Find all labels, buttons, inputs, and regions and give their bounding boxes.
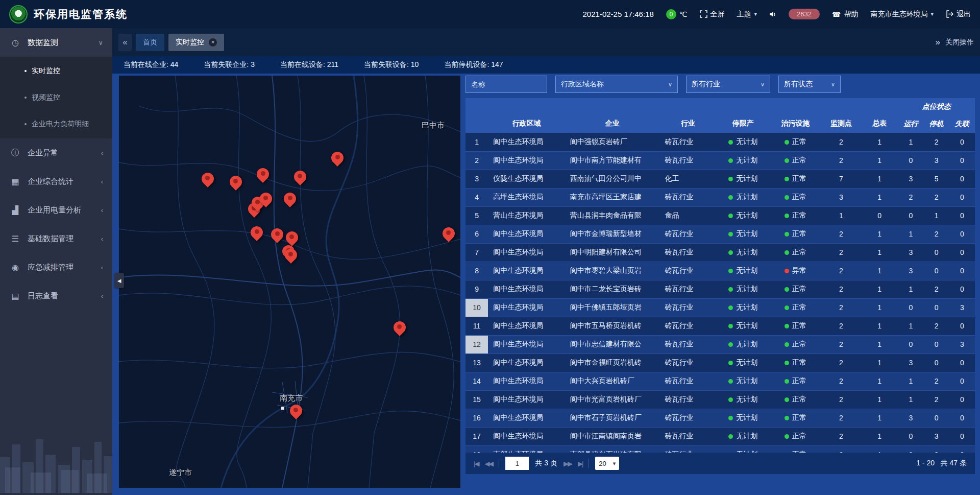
table-row[interactable]: 1阆中生态环境局阆中强锐页岩砖厂砖瓦行业无计划正常21120: [465, 133, 975, 151]
col-group-point-status: 点位状态: [898, 98, 975, 115]
map-pin[interactable]: [331, 152, 344, 164]
chart-icon: ▟: [9, 205, 21, 215]
alarm-sound-toggle[interactable]: [769, 11, 776, 18]
map-pin[interactable]: [202, 173, 214, 185]
map-pin[interactable]: [443, 227, 455, 240]
sidebar-subitem[interactable]: 企业电力负荷明细: [0, 111, 112, 137]
sidebar-menu: ◷数据监测∨实时监控视频监控企业电力负荷明细ⓘ企业异常‹▦企业综合统计‹▟企业用…: [0, 28, 112, 310]
cell-index: 11: [465, 317, 488, 335]
sidebar-item-log[interactable]: ▤日志查看‹: [0, 281, 112, 310]
tab-scroll-left-button[interactable]: «: [118, 34, 132, 51]
alert-icon: ⓘ: [9, 148, 21, 158]
table-row[interactable]: 17阆中生态环境局阆中市江南镇阆南页岩砖瓦行业无计划正常21030: [465, 427, 975, 445]
emergency-icon: ◉: [9, 263, 21, 272]
table-body: 1阆中生态环境局阆中强锐页岩砖厂砖瓦行业无计划正常211202阆中生态环境局阆中…: [465, 133, 975, 453]
table-row[interactable]: 18南部生态环境局南部县建兴页岩砖有限砖瓦行业无计划正常21030: [465, 445, 975, 453]
cell-company: 南部县建兴页岩砖有限: [565, 445, 660, 453]
stats-bar: 当前在线企业: 44当前失联企业: 3当前在线设备: 211当前失联设备: 10…: [112, 56, 980, 74]
map-pin[interactable]: [230, 176, 242, 188]
stat-item: 当前失联企业: 3: [204, 60, 255, 69]
table-row[interactable]: 6阆中生态环境局阆中市金博瑞新型墙材砖瓦行业无计划正常21120: [465, 225, 975, 243]
table-row[interactable]: 9阆中生态环境局阆中市二龙长宝页岩砖砖瓦行业无计划正常21120: [465, 280, 975, 298]
status-dot-green: [785, 379, 789, 384]
map-pin[interactable]: [251, 226, 263, 239]
table-row[interactable]: 7阆中生态环境局阆中明阳建材有限公司砖瓦行业无计划正常21300: [465, 243, 975, 262]
map-pin[interactable]: [394, 321, 406, 334]
table-row[interactable]: 5营山生态环境局营山县润丰肉食品有限食品无计划正常10010: [465, 206, 975, 225]
prev-page-button[interactable]: ◀◀: [484, 460, 493, 467]
map-pin[interactable]: [284, 193, 296, 205]
sidebar-item-monitor[interactable]: ◷数据监测∨: [0, 28, 112, 57]
cell-run: 0: [898, 206, 923, 225]
cell-industry: 砖瓦行业: [660, 298, 716, 317]
sidebar-item-alert[interactable]: ⓘ企业异常‹: [0, 138, 112, 167]
logout-button[interactable]: 退出: [946, 10, 971, 19]
table-row[interactable]: 2阆中生态环境局阆中市南方节能建材有砖瓦行业无计划正常21030: [465, 151, 975, 170]
page-number-input[interactable]: [505, 457, 529, 470]
sidebar-item-database[interactable]: ☰基础数据管理‹: [0, 224, 112, 253]
cell-points: 2: [821, 243, 861, 262]
tab-inactive[interactable]: 首页: [136, 34, 164, 51]
alarm-count-badge[interactable]: 2632: [789, 9, 820, 19]
cell-industry: 砖瓦行业: [660, 133, 716, 151]
map-pin[interactable]: [294, 171, 306, 183]
double-chevron-left-icon: «: [122, 37, 127, 48]
map-pin[interactable]: [286, 231, 298, 244]
sidebar-item-stats[interactable]: ▦企业综合统计‹: [0, 167, 112, 196]
stat-value: 211: [327, 60, 338, 68]
status-dot-green: [728, 416, 733, 420]
map-pin[interactable]: [285, 249, 297, 261]
table-row[interactable]: 14阆中生态环境局阆中大兴页岩机砖厂砖瓦行业无计划正常21120: [465, 372, 975, 390]
sidebar-subitem[interactable]: 实时监控: [0, 58, 112, 84]
tab-active[interactable]: 实时监控×: [168, 34, 224, 51]
filter-name-input[interactable]: [465, 76, 547, 93]
map-pin[interactable]: [290, 405, 302, 417]
table-row[interactable]: 16阆中生态环境局阆中市石子页岩机砖厂砖瓦行业无计划正常21300: [465, 409, 975, 427]
table-row[interactable]: 15阆中生态环境局阆中市光富页岩机砖厂砖瓦行业无计划正常21120: [465, 390, 975, 409]
table-row[interactable]: 10阆中生态环境局阆中千佛镇五郎垭页岩砖瓦行业无计划正常21003: [465, 298, 975, 317]
fullscreen-button[interactable]: 全屏: [700, 10, 725, 19]
cell-region: 阆中生态环境局: [488, 427, 565, 445]
map-pin[interactable]: [271, 228, 283, 241]
tab-close-icon[interactable]: ×: [209, 38, 217, 46]
status-dot-green: [785, 177, 789, 181]
last-page-button[interactable]: ▶|: [578, 460, 582, 467]
cell-industry: 砖瓦行业: [660, 280, 716, 298]
table-row[interactable]: 8阆中生态环境局阆中市枣碧大梁山页岩砖瓦行业无计划异常21300: [465, 262, 975, 280]
tab-label: 首页: [143, 38, 157, 47]
table-row[interactable]: 13阆中生态环境局阆中市金福旺页岩机砖砖瓦行业无计划正常21300: [465, 353, 975, 372]
sidebar-subitem[interactable]: 视频监控: [0, 84, 112, 111]
org-dropdown[interactable]: 南充市生态环境局 ▾: [870, 10, 934, 19]
map-pin[interactable]: [260, 193, 272, 205]
table-row[interactable]: 12阆中生态环境局阆中市忠信建材有限公砖瓦行业无计划正常21003: [465, 335, 975, 353]
table-row[interactable]: 11阆中生态环境局阆中市五马桥页岩机砖砖瓦行业无计划正常21120: [465, 317, 975, 335]
city-marker: [281, 407, 284, 410]
cell-meters: 1: [861, 317, 898, 335]
sidebar-item-label: 日志查看: [28, 291, 58, 301]
help-button[interactable]: ☎ 帮助: [832, 10, 858, 19]
cell-facility-status: 正常: [770, 372, 821, 390]
close-operations-button[interactable]: » 关闭操作: [936, 37, 974, 48]
next-page-button[interactable]: ▶▶: [564, 460, 572, 467]
filter-status-select[interactable]: 所有状态 ∨: [778, 76, 841, 93]
filter-region-select[interactable]: 行政区域名称 ∨: [555, 76, 678, 93]
cell-stop: 0: [924, 298, 949, 317]
temperature-indicator: 0 ℃: [666, 9, 688, 19]
theme-dropdown[interactable]: 主题 ▾: [737, 10, 757, 19]
page-size-select[interactable]: 20 ▾: [595, 457, 619, 470]
sidebar-item-emergency[interactable]: ◉应急减排管理‹: [0, 253, 112, 281]
map-pin[interactable]: [257, 168, 269, 180]
filter-industry-select[interactable]: 所有行业 ∨: [686, 76, 770, 93]
collapse-map-handle[interactable]: ◀: [114, 273, 124, 288]
map[interactable]: 巴中市南充市遂宁市: [119, 76, 460, 488]
cell-region: 阆中生态环境局: [488, 151, 565, 170]
sidebar-item-chart[interactable]: ▟企业用电量分析‹: [0, 196, 112, 224]
stat-value: 3: [251, 60, 255, 68]
table-row[interactable]: 3仪陇生态环境局西南油气田分公司川中化工无计划正常71350: [465, 170, 975, 188]
cell-facility-status: 正常: [770, 225, 821, 243]
first-page-button[interactable]: |◀: [474, 460, 478, 467]
stat-item: 当前失联设备: 10: [364, 60, 419, 69]
status-dot-green: [728, 269, 733, 273]
cell-meters: 1: [861, 188, 898, 206]
table-row[interactable]: 4高坪生态环境局南充市高坪区王家店建砖瓦行业无计划正常31220: [465, 188, 975, 206]
